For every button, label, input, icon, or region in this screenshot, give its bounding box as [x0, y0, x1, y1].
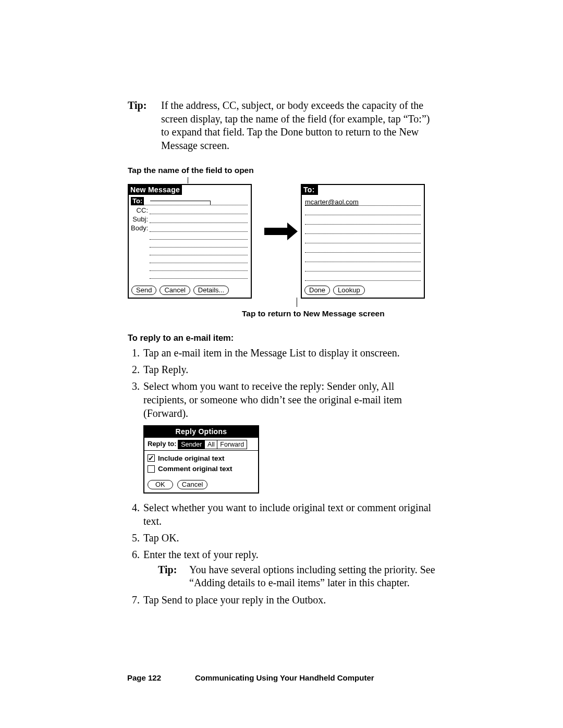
done-button[interactable]: Done	[304, 286, 330, 295]
page-footer: Page 122 Communicating Using Your Handhe…	[127, 673, 438, 682]
body-line[interactable]	[150, 248, 248, 255]
tip-label: Tip:	[158, 563, 189, 590]
reply-to-all[interactable]: All	[204, 440, 218, 449]
reply-to-label: Reply to:	[148, 440, 177, 449]
tip-paragraph: Tip: If the address, CC, subject, or bod…	[128, 99, 438, 152]
new-message-screen: New Message To: CC: Subj:	[128, 184, 252, 299]
dialog-title: Reply Options	[144, 426, 258, 437]
callout-leader	[188, 177, 438, 183]
ok-button[interactable]: OK	[148, 480, 173, 489]
to-edit-line[interactable]	[305, 272, 421, 281]
tip-paragraph: Tip: You have several options including …	[158, 563, 438, 590]
figure-caption-bottom: Tap to return to New Message screen	[242, 309, 438, 318]
body-field-label[interactable]: Body:	[131, 224, 150, 232]
body-line[interactable]	[150, 240, 248, 248]
screen-title: New Message	[129, 185, 182, 195]
to-field-input[interactable]	[144, 199, 248, 205]
callout-leader	[128, 302, 438, 309]
reply-options-dialog: Reply Options Reply to: Sender All Forwa…	[143, 425, 259, 493]
screen-title: To:	[302, 185, 318, 195]
to-edit-line[interactable]	[305, 206, 421, 215]
cc-field-label[interactable]: CC:	[131, 206, 150, 214]
body-line[interactable]	[150, 263, 248, 271]
reply-to-sender[interactable]: Sender	[178, 440, 205, 449]
to-edit-line[interactable]	[305, 234, 421, 243]
subj-field-label[interactable]: Subj:	[131, 215, 150, 223]
step-text: Select whom you want to receive the repl…	[143, 380, 402, 419]
details-button[interactable]: Details...	[193, 286, 229, 295]
to-email-value: mcarter@aol.com	[305, 198, 359, 206]
to-edit-line[interactable]	[305, 243, 421, 253]
cc-field-input[interactable]	[150, 207, 248, 214]
tip-label: Tip:	[128, 99, 161, 152]
manual-page: Tip: If the address, CC, subject, or bod…	[0, 0, 563, 728]
chapter-title: Communicating Using Your Handheld Comput…	[195, 673, 374, 682]
body-line[interactable]	[150, 271, 248, 279]
tip-text: If the address, CC, subject, or body exc…	[161, 99, 438, 152]
step: Tap Send to place your reply in the Outb…	[142, 593, 438, 607]
subj-field-input[interactable]	[150, 216, 248, 223]
figure-row: New Message To: CC: Subj:	[128, 184, 438, 299]
to-edit-line[interactable]	[305, 215, 421, 225]
step: Enter the text of your reply. Tip: You h…	[142, 548, 438, 590]
include-original-label: Include original text	[158, 454, 225, 463]
cancel-button[interactable]: Cancel	[177, 480, 207, 489]
step: Tap OK.	[142, 531, 438, 545]
comment-original-label: Comment original text	[158, 464, 232, 474]
to-expanded-screen: To: mcarter@aol.com Done Lookup	[301, 184, 425, 299]
procedure-list: Tap an e-mail item in the Message List t…	[128, 346, 438, 606]
arrow-right-icon	[261, 184, 291, 235]
send-button[interactable]: Send	[131, 286, 156, 295]
step: Tap an e-mail item in the Message List t…	[142, 346, 438, 360]
lookup-button[interactable]: Lookup	[333, 286, 365, 295]
to-field-label[interactable]: To:	[131, 197, 144, 205]
comment-original-checkbox[interactable]	[148, 465, 155, 473]
step: Select whom you want to receive the repl…	[142, 379, 438, 493]
page-number: Page 122	[127, 673, 195, 682]
figure-caption-top: Tap the name of the field to open	[128, 166, 438, 175]
to-edit-line[interactable]: mcarter@aol.com	[305, 196, 421, 206]
body-field-input[interactable]	[150, 225, 248, 232]
to-edit-line[interactable]	[305, 225, 421, 234]
body-line[interactable]	[150, 255, 248, 263]
include-original-checkbox[interactable]	[148, 454, 155, 462]
body-line[interactable]	[150, 232, 248, 240]
reply-to-forward[interactable]: Forward	[217, 440, 247, 449]
tip-text: You have several options including setti…	[189, 563, 438, 590]
step: Select whether you want to include origi…	[142, 501, 438, 528]
step-text: Enter the text of your reply.	[143, 549, 259, 560]
to-edit-line[interactable]	[305, 253, 421, 262]
procedure-heading: To reply to an e-mail item:	[128, 333, 438, 343]
to-edit-line[interactable]	[305, 262, 421, 272]
cancel-button[interactable]: Cancel	[160, 286, 190, 295]
step: Tap Reply.	[142, 363, 438, 376]
